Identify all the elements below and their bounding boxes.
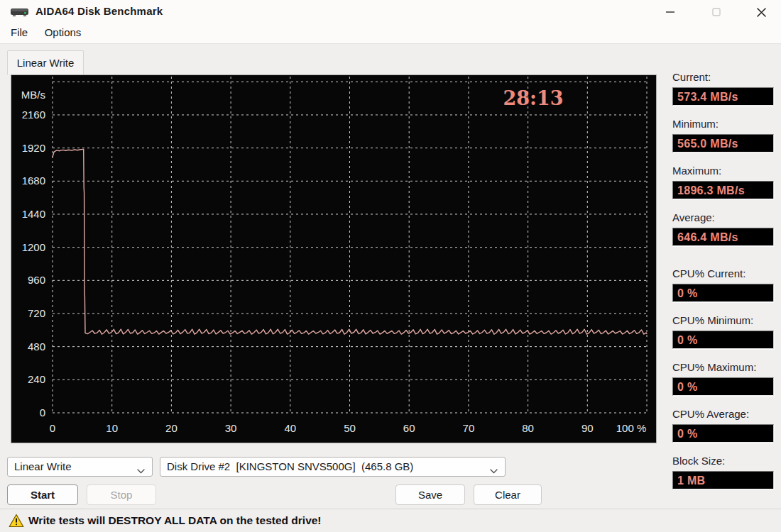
test-type-value: Linear Write xyxy=(14,458,72,476)
stat-cpu-minimum: CPU% Minimum: 0 % xyxy=(672,314,774,350)
svg-text:1440: 1440 xyxy=(22,208,45,220)
svg-text:0: 0 xyxy=(50,422,55,434)
stat-label: CPU% Minimum: xyxy=(672,314,774,326)
stat-label: Block Size: xyxy=(672,455,774,467)
stat-average: Average: 646.4 MB/s xyxy=(672,211,774,247)
svg-text:30: 30 xyxy=(225,422,237,434)
stat-value: 565.0 MB/s xyxy=(672,134,774,153)
stat-label: CPU% Average: xyxy=(672,408,774,420)
stat-value: 0 % xyxy=(672,377,774,396)
stat-value: 1896.3 MB/s xyxy=(672,181,774,199)
save-button[interactable]: Save xyxy=(395,484,465,505)
benchmark-chart: 024048072096012001440168019202160MB/s010… xyxy=(11,74,657,443)
status-bar: Write tests will DESTROY ALL DATA on the… xyxy=(0,509,781,532)
stat-maximum: Maximum: 1896.3 MB/s xyxy=(672,165,774,200)
svg-text:40: 40 xyxy=(284,422,296,434)
svg-text:80: 80 xyxy=(522,422,534,434)
warning-icon xyxy=(9,514,24,531)
stat-value: 0 % xyxy=(672,331,774,349)
chart-canvas: 024048072096012001440168019202160MB/s010… xyxy=(11,75,656,443)
stat-value: 573.4 MB/s xyxy=(672,87,774,106)
stat-label: Minimum: xyxy=(672,118,774,130)
stat-current: Current: 573.4 MB/s xyxy=(672,71,774,106)
stat-label: CPU% Current: xyxy=(672,267,774,279)
chevron-down-icon xyxy=(490,464,498,476)
svg-text:0: 0 xyxy=(40,406,45,419)
svg-text:480: 480 xyxy=(28,340,45,353)
clear-button[interactable]: Clear xyxy=(474,484,542,505)
drive-value: Disk Drive #2 [KINGSTON SNVS500G] (465.8… xyxy=(167,458,413,476)
svg-text:100 %: 100 % xyxy=(616,422,647,434)
stat-cpu-maximum: CPU% Maximum: 0 % xyxy=(672,361,774,397)
test-type-dropdown[interactable]: Linear Write xyxy=(7,457,153,477)
drive-dropdown[interactable]: Disk Drive #2 [KINGSTON SNVS500G] (465.8… xyxy=(160,457,506,477)
stat-label: Maximum: xyxy=(672,165,774,177)
stat-label: CPU% Maximum: xyxy=(672,361,774,373)
stat-cpu-current: CPU% Current: 0 % xyxy=(672,267,774,303)
stat-label: Average: xyxy=(672,211,774,223)
close-button[interactable] xyxy=(747,3,775,21)
warning-text: Write tests will DESTROY ALL DATA on the… xyxy=(28,514,322,527)
menu-file[interactable]: File xyxy=(5,23,33,41)
stop-button[interactable]: Stop xyxy=(87,484,156,505)
svg-text:90: 90 xyxy=(581,422,594,434)
stat-block-size: Block Size: 1 MB xyxy=(672,455,774,490)
start-button[interactable]: Start xyxy=(7,484,78,505)
svg-text:10: 10 xyxy=(106,422,118,434)
stat-value: 0 % xyxy=(672,284,774,302)
svg-text:50: 50 xyxy=(344,422,356,434)
svg-text:28:13: 28:13 xyxy=(503,87,563,109)
stat-value: 0 % xyxy=(672,424,774,443)
stat-value: 1 MB xyxy=(672,471,774,489)
svg-text:1920: 1920 xyxy=(22,142,45,154)
window-title: AIDA64 Disk Benchmark xyxy=(36,5,163,17)
svg-text:1200: 1200 xyxy=(22,241,45,253)
maximize-button[interactable] xyxy=(702,3,731,21)
svg-text:70: 70 xyxy=(463,422,475,434)
svg-text:20: 20 xyxy=(165,422,178,434)
svg-text:240: 240 xyxy=(28,373,45,385)
stat-cpu-average: CPU% Average: 0 % xyxy=(672,408,774,443)
stat-minimum: Minimum: 565.0 MB/s xyxy=(672,118,774,153)
tab-linear-write[interactable]: Linear Write xyxy=(7,50,84,74)
svg-text:MB/s: MB/s xyxy=(21,89,45,101)
menu-bar: File Options xyxy=(0,23,781,44)
svg-text:720: 720 xyxy=(28,307,45,319)
svg-text:1680: 1680 xyxy=(22,174,45,187)
svg-text:60: 60 xyxy=(403,422,415,434)
minimize-button[interactable] xyxy=(656,3,684,21)
svg-text:960: 960 xyxy=(28,274,45,286)
title-bar: AIDA64 Disk Benchmark xyxy=(0,0,781,23)
chevron-down-icon xyxy=(137,464,145,476)
svg-text:2160: 2160 xyxy=(22,109,45,121)
stat-value: 646.4 MB/s xyxy=(672,228,774,246)
menu-options[interactable]: Options xyxy=(39,23,87,41)
stat-label: Current: xyxy=(672,71,774,83)
app-drive-icon xyxy=(10,6,29,17)
